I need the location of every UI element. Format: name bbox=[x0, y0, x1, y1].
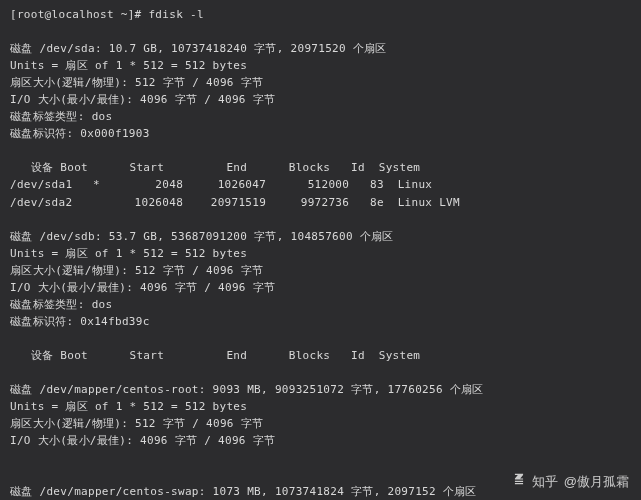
disk-sdb-sector-size: 扇区大小(逻辑/物理): 512 字节 / 4096 字节 bbox=[10, 262, 631, 279]
partition-sda1-row: /dev/sda1 * 2048 1026047 512000 83 Linux bbox=[10, 176, 631, 193]
watermark-author: @傲月孤霜 bbox=[564, 472, 629, 492]
disk-centos-root-units: Units = 扇区 of 1 * 512 = 512 bytes bbox=[10, 398, 631, 415]
disk-sdb-units: Units = 扇区 of 1 * 512 = 512 bytes bbox=[10, 245, 631, 262]
blank bbox=[10, 142, 631, 159]
disk-sda-label-type: 磁盘标签类型: dos bbox=[10, 108, 631, 125]
disk-sdb-identifier: 磁盘标识符: 0x14fbd39c bbox=[10, 313, 631, 330]
disk-sda-identifier: 磁盘标识符: 0x000f1903 bbox=[10, 125, 631, 142]
blank bbox=[10, 449, 631, 466]
blank bbox=[10, 364, 631, 381]
watermark: 知乎 @傲月孤霜 bbox=[512, 472, 629, 492]
blank bbox=[10, 330, 631, 347]
disk-sda-io-size: I/O 大小(最小/最佳): 4096 字节 / 4096 字节 bbox=[10, 91, 631, 108]
zhihu-icon bbox=[512, 472, 526, 492]
partition-table-sdb-header: 设备 Boot Start End Blocks Id System bbox=[10, 347, 631, 364]
blank bbox=[10, 211, 631, 228]
disk-centos-root-sector-size: 扇区大小(逻辑/物理): 512 字节 / 4096 字节 bbox=[10, 415, 631, 432]
disk-sda-header: 磁盘 /dev/sda: 10.7 GB, 10737418240 字节, 20… bbox=[10, 40, 631, 57]
shell-prompt: [root@localhost ~]# fdisk -l bbox=[10, 6, 631, 23]
partition-sda2-row: /dev/sda2 1026048 20971519 9972736 8e Li… bbox=[10, 194, 631, 211]
disk-centos-root-io-size: I/O 大小(最小/最佳): 4096 字节 / 4096 字节 bbox=[10, 432, 631, 449]
disk-sda-units: Units = 扇区 of 1 * 512 = 512 bytes bbox=[10, 57, 631, 74]
disk-sdb-header: 磁盘 /dev/sdb: 53.7 GB, 53687091200 字节, 10… bbox=[10, 228, 631, 245]
disk-sdb-io-size: I/O 大小(最小/最佳): 4096 字节 / 4096 字节 bbox=[10, 279, 631, 296]
disk-sdb-label-type: 磁盘标签类型: dos bbox=[10, 296, 631, 313]
disk-centos-root-header: 磁盘 /dev/mapper/centos-root: 9093 MB, 909… bbox=[10, 381, 631, 398]
watermark-source: 知乎 bbox=[532, 472, 558, 492]
blank bbox=[10, 23, 631, 40]
disk-sda-sector-size: 扇区大小(逻辑/物理): 512 字节 / 4096 字节 bbox=[10, 74, 631, 91]
partition-table-sda-header: 设备 Boot Start End Blocks Id System bbox=[10, 159, 631, 176]
